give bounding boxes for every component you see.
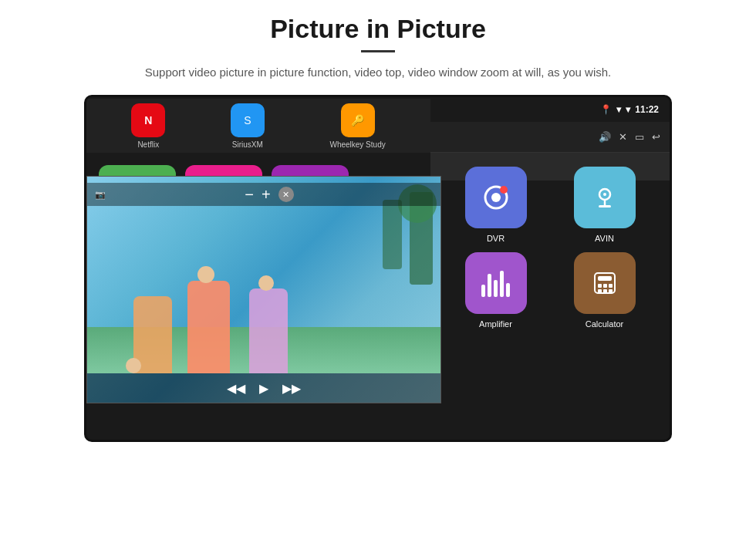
wheelkey-icon: 🔑	[341, 103, 375, 137]
prev-btn[interactable]: ◀◀	[227, 381, 245, 396]
pip-size-controls[interactable]: − + ✕	[245, 186, 293, 204]
svg-rect-10	[603, 284, 607, 288]
netflix-label: Netflix	[137, 140, 159, 149]
page-subtitle: Support video picture in picture functio…	[145, 63, 611, 81]
amplifier-icon	[465, 252, 527, 314]
avin-label: AVIN	[595, 234, 614, 243]
calculator-icon	[574, 252, 636, 314]
netflix-app[interactable]: N Netflix	[131, 103, 165, 149]
amplifier-label: Amplifier	[479, 319, 512, 329]
next-btn[interactable]: ▶▶	[282, 381, 301, 396]
signal-icon: ▾	[626, 104, 630, 115]
calculator-label: Calculator	[586, 319, 624, 329]
svg-rect-13	[603, 289, 607, 293]
pip-playback-bar[interactable]: ◀◀ ▶ ▶▶	[87, 373, 440, 403]
siriusxm-label: SiriusXM	[232, 140, 263, 149]
pip-icon[interactable]: ▭	[635, 131, 644, 143]
page-title: Picture in Picture	[270, 14, 486, 44]
pip-record-icon: 📷	[95, 190, 106, 200]
page-wrapper: Picture in Picture Support video picture…	[0, 0, 756, 533]
amplifier-app-wrapper[interactable]: Amplifier	[446, 252, 545, 329]
app-bottom-row: N Netflix S SiriusXM 🔑 Whe	[86, 99, 430, 153]
clock-display: 11:22	[635, 104, 659, 115]
watermark: VCZ09	[403, 95, 427, 97]
status-bar-right: 📍 ▾ ▾ 11:22	[600, 104, 659, 115]
calculator-app-wrapper[interactable]: Calculator	[555, 252, 654, 329]
svg-point-1	[491, 193, 501, 202]
pip-minus-btn[interactable]: −	[245, 186, 254, 204]
volume-icon[interactable]: 🔊	[599, 131, 611, 143]
app-grid: DVR AVIN	[430, 153, 670, 180]
app-bar-right: 🔊 ✕ ▭ ↩	[599, 131, 660, 143]
svg-rect-12	[598, 289, 602, 293]
avin-icon	[574, 167, 636, 228]
avin-app-wrapper[interactable]: AVIN	[555, 167, 654, 243]
video-background	[87, 177, 440, 403]
netflix-icon: N	[131, 103, 165, 137]
pip-close-btn[interactable]: ✕	[278, 187, 294, 202]
wifi-icon: ▾	[616, 104, 621, 115]
dvr-label: DVR	[487, 234, 505, 243]
svg-point-5	[603, 193, 606, 196]
dvr-app-wrapper[interactable]: DVR	[446, 167, 545, 243]
wheelkey-label: Wheelkey Study	[329, 140, 385, 149]
pip-plus-btn[interactable]: +	[262, 186, 271, 204]
svg-point-2	[500, 186, 508, 194]
siriusxm-icon: S	[231, 103, 265, 137]
svg-rect-9	[598, 284, 602, 288]
dvr-icon	[465, 167, 527, 228]
title-divider	[361, 50, 395, 52]
svg-rect-8	[598, 276, 612, 281]
pip-video-overlay[interactable]: 📷 − + ✕ ◀◀ ▶ ▶▶	[86, 176, 441, 403]
back-icon[interactable]: ↩	[652, 131, 660, 143]
play-btn[interactable]: ▶	[259, 381, 268, 396]
pip-controls-bar: 📷 − + ✕	[87, 183, 440, 206]
svg-rect-14	[609, 289, 613, 293]
svg-rect-6	[599, 205, 611, 207]
close-icon[interactable]: ✕	[619, 131, 627, 143]
svg-rect-11	[609, 284, 613, 288]
wheelkey-app[interactable]: 🔑 Wheelkey Study	[329, 103, 385, 149]
location-icon: 📍	[600, 104, 612, 115]
amplifier-bars	[481, 269, 510, 297]
tablet-mockup: ◁ ○ □ ⊡ 📍 ▾ ▾ 11:22 ⌂ ⚡ ▾ 5:28 PM 📷	[84, 95, 672, 442]
siriusxm-app[interactable]: S SiriusXM	[231, 103, 265, 149]
